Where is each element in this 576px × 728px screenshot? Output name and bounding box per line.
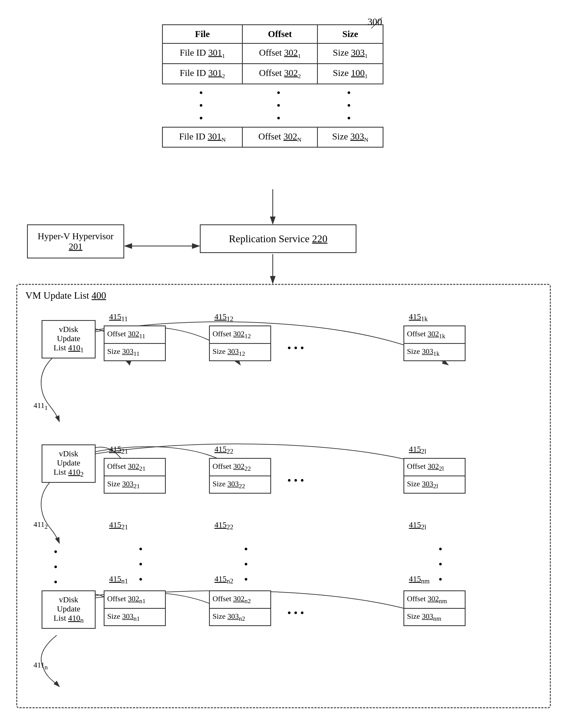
entry-box-n2: Offset 302n2 Size 303n2 xyxy=(209,590,271,626)
cell-offset-2: Offset 3022 xyxy=(242,63,317,84)
data-table: File Offset Size File ID 3011 Offset 302… xyxy=(162,24,383,147)
entry-label-415-11: 41511 xyxy=(109,312,128,323)
col2-dots: ••• xyxy=(244,542,248,587)
entry-offset-n1: Offset 302n1 xyxy=(105,591,165,609)
entry-offset-22: Offset 30222 xyxy=(210,459,270,476)
entry-label-415-21: 41521 xyxy=(109,444,128,455)
entry-label-415-2l-bottom: 4152l xyxy=(409,520,426,531)
dots-size: ••• xyxy=(318,84,383,127)
dots-offset: ••• xyxy=(242,84,317,127)
entry-offset-nm: Offset 302nm xyxy=(404,591,465,609)
entry-size-n2: Size 303n2 xyxy=(210,609,270,625)
vm-update-container: VM Update List 400 vDiskUpdateList 4101 … xyxy=(16,284,551,708)
table-row-2: File ID 3012 Offset 3022 Size 1001 xyxy=(163,63,383,84)
entry-label-415-22: 41522 xyxy=(214,444,233,455)
entry-size-22: Size 30322 xyxy=(210,476,270,493)
cell-offset-n: Offset 302N xyxy=(242,127,317,147)
table-row-n: File ID 301N Offset 302N Size 303N xyxy=(163,127,383,147)
vdisk-dots: ••• xyxy=(54,544,58,590)
diagram-container: 300 File Offset Size File ID 3011 Offset… xyxy=(0,0,576,728)
table-row-1: File ID 3011 Offset 3021 Size 3031 xyxy=(163,44,383,64)
entry-box-21: Offset 30221 Size 30321 xyxy=(104,458,166,494)
entry-box-11: Offset 30211 Size 30311 xyxy=(104,325,166,361)
col3-dots: ••• xyxy=(438,542,442,587)
table-300: 300 File Offset Size File ID 3011 Offset… xyxy=(162,11,383,147)
cell-size-1: Size 3031 xyxy=(318,44,383,64)
entry-box-12: Offset 30212 Size 30312 xyxy=(209,325,271,361)
entry-offset-21: Offset 30221 xyxy=(105,459,165,476)
entry-size-11: Size 30311 xyxy=(105,344,165,360)
entry-size-21: Size 30321 xyxy=(105,476,165,493)
arrow-label-411-2: 4112 xyxy=(33,520,48,530)
rown-dots: • • • xyxy=(287,606,304,619)
replication-service-box: Replication Service 220 xyxy=(200,224,356,253)
col1-dots: ••• xyxy=(139,542,143,587)
entry-label-415-n1-top: 415n1 xyxy=(109,574,128,585)
arrow-label-411-n: 411n xyxy=(33,661,48,671)
vdisk-box-n: vDiskUpdateList 410n xyxy=(41,590,95,629)
entry-label-415-n2-top: 415n2 xyxy=(214,574,233,585)
entry-size-2l: Size 3032l xyxy=(404,476,465,493)
entry-box-2l: Offset 3022l Size 3032l xyxy=(403,458,465,494)
cell-file-2: File ID 3012 xyxy=(163,63,242,84)
cell-size-n: Size 303N xyxy=(318,127,383,147)
entry-size-nm: Size 303nm xyxy=(404,609,465,625)
entry-label-415-1k: 4151k xyxy=(409,312,428,323)
entry-box-22: Offset 30222 Size 30322 xyxy=(209,458,271,494)
svg-line-6 xyxy=(371,18,382,28)
entry-label-415-12: 41512 xyxy=(214,312,233,323)
row1-dots: • • • xyxy=(287,342,304,354)
entry-label-415-nm-top: 415nm xyxy=(409,574,430,585)
entry-size-1k: Size 3031k xyxy=(404,344,465,360)
entry-label-415-2l: 4152l xyxy=(409,444,426,455)
entry-label-415-22-bottom: 41522 xyxy=(214,520,233,531)
entry-offset-1k: Offset 3021k xyxy=(404,326,465,344)
dots-file: ••• xyxy=(163,84,242,127)
cell-size-2: Size 1001 xyxy=(318,63,383,84)
entry-size-12: Size 30312 xyxy=(210,344,270,360)
entry-size-n1: Size 303n1 xyxy=(105,609,165,625)
col-offset: Offset xyxy=(242,25,317,44)
cell-offset-1: Offset 3021 xyxy=(242,44,317,64)
entry-box-nm: Offset 302nm Size 303nm xyxy=(403,590,465,626)
entry-label-415-21-bottom: 41521 xyxy=(109,520,128,531)
vdisk-box-1: vDiskUpdateList 4101 xyxy=(41,320,95,358)
entry-box-1k: Offset 3021k Size 3031k xyxy=(403,325,465,361)
table-row-dots: ••• ••• ••• xyxy=(163,84,383,127)
col-file: File xyxy=(163,25,242,44)
cell-file-n: File ID 301N xyxy=(163,127,242,147)
entry-offset-2l: Offset 3022l xyxy=(404,459,465,476)
hyperv-box: Hyper-V Hypervisor201 xyxy=(27,224,124,259)
arrow-label-411-1: 4111 xyxy=(33,401,48,411)
row2-dots: • • • xyxy=(287,474,304,487)
entry-box-n1: Offset 302n1 Size 303n1 xyxy=(104,590,166,626)
vm-update-label: VM Update List 400 xyxy=(25,290,106,301)
cell-file-1: File ID 3011 xyxy=(163,44,242,64)
entry-offset-n2: Offset 302n2 xyxy=(210,591,270,609)
vdisk-box-2: vDiskUpdateList 4102 xyxy=(41,444,95,483)
entry-offset-12: Offset 30212 xyxy=(210,326,270,344)
entry-offset-11: Offset 30211 xyxy=(105,326,165,344)
